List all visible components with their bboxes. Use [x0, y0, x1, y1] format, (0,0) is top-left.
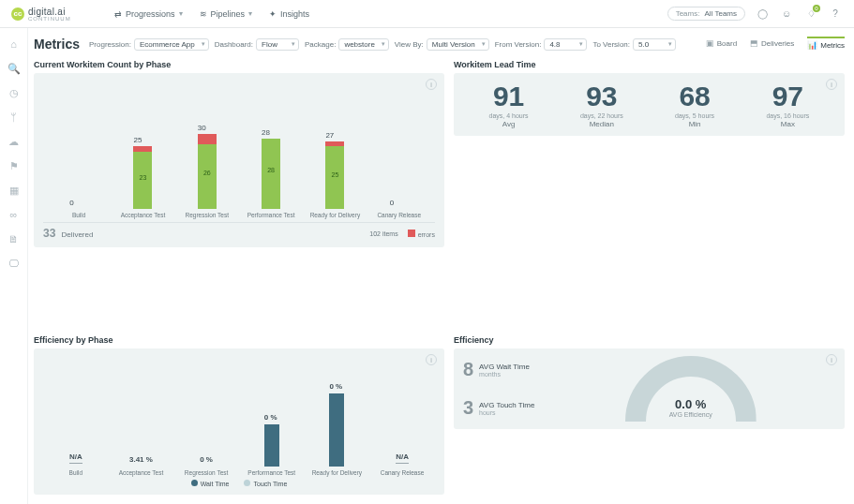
rail-flag-icon[interactable]: ⚑ — [7, 159, 21, 172]
rail-cloud-icon[interactable]: ☁ — [7, 135, 21, 148]
filter-from-version: From Version: 4.8 — [495, 38, 588, 51]
eff-by-phase-section: Efficiency by Phase i N/ABuild3.41 %Acce… — [34, 335, 444, 495]
header-tools: Teams: All Teams ◯ ☺ ♢ 0 ? — [667, 7, 843, 22]
nav-insights[interactable]: ✦ Insights — [269, 9, 309, 19]
effbar-canary-release: N/ACanary Release — [374, 382, 430, 476]
avg-wait-unit: months — [479, 371, 530, 378]
legend-touch-label: Touch Time — [253, 481, 287, 487]
teams-value: All Teams — [704, 9, 737, 18]
avg-touch-unit: hours — [479, 409, 534, 416]
effbar-category-label: Canary Release — [381, 469, 425, 476]
left-rail: ⌂ 🔍 ◷ ᛘ ☁ ⚑ ▦ ∞ 🗎 🖵 — [0, 28, 28, 504]
bar-category-label: Acceptance Test — [121, 212, 166, 218]
rail-home-icon[interactable]: ⌂ — [7, 37, 21, 51]
tab-metrics-label: Metrics — [820, 41, 845, 50]
eff-by-phase-card: i N/ABuild3.41 %Acceptance Test0 %Regres… — [34, 348, 444, 495]
bar-total-value: 27 — [325, 131, 344, 140]
help2-icon[interactable]: ? — [828, 7, 843, 22]
filter-package-select[interactable]: webstore — [338, 38, 388, 51]
filter-dashboard-select[interactable]: Flow — [256, 38, 299, 51]
rail-link-icon[interactable]: ∞ — [7, 208, 21, 221]
leadtime-stat-max: 97days, 16 hoursMax — [766, 81, 809, 128]
stat-tag: Min — [675, 120, 714, 128]
nav-progressions[interactable]: ⇄ Progressions — [114, 9, 183, 19]
filter-bar: Progression: Ecommerce App Dashboard: Fl… — [89, 38, 676, 51]
effbar-regression-test: 0 %Regression Test — [178, 382, 234, 476]
leadtime-stat-min: 68days, 5 hoursMin — [675, 81, 714, 128]
delivered-summary: 33 Delivered — [43, 227, 93, 240]
rail-clipboard-icon[interactable]: 🗎 — [7, 232, 21, 245]
metrics-icon: 📊 — [807, 40, 817, 50]
stat-number: 93 — [580, 81, 623, 112]
workitem-count-chart: 0Build2523Acceptance Test3026Regression … — [43, 81, 435, 218]
tab-board[interactable]: ▣Board — [706, 38, 737, 50]
bar-performance-test: 2828Performance Test — [243, 125, 299, 218]
efficiency-title: Efficiency — [454, 335, 845, 345]
nav-pipelines[interactable]: ≋ Pipelines — [200, 9, 253, 19]
info-icon[interactable]: i — [826, 79, 837, 90]
legend-touch-dot-icon — [244, 480, 250, 486]
bar-total-value: 28 — [262, 128, 280, 137]
rail-clock-icon[interactable]: ◷ — [7, 86, 21, 99]
insights-icon: ✦ — [269, 9, 277, 19]
bell-icon[interactable]: ♢ 0 — [803, 7, 818, 22]
leadtime-stats: 91days, 4 hoursAvg93days, 22 hoursMedian… — [463, 81, 835, 128]
global-header: cc digital.ai CONTINUUM ⇄ Progressions ≋… — [0, 0, 854, 28]
bar-category-label: Regression Test — [186, 212, 230, 218]
notification-count: 0 — [813, 5, 820, 12]
effbar-value: 3.41 % — [129, 455, 153, 464]
effbar-value: 0 % — [264, 413, 279, 422]
bar-green-value: 28 — [262, 167, 280, 173]
leadtime-card: i 91days, 4 hoursAvg93days, 22 hoursMedi… — [454, 73, 845, 136]
info-icon[interactable]: i — [826, 354, 837, 365]
filter-to-version-select[interactable]: 5.0 — [633, 38, 676, 51]
bar-category-label: Ready for Delivery — [310, 212, 360, 218]
tab-metrics[interactable]: 📊Metrics — [807, 37, 845, 52]
leadtime-stat-avg: 91days, 4 hoursAvg — [489, 81, 529, 128]
teams-selector[interactable]: Teams: All Teams — [667, 7, 745, 21]
leadtime-section: Workitem Lead Time i 91days, 4 hoursAvg9… — [454, 60, 845, 247]
brand-badge-icon: cc — [11, 7, 24, 21]
filter-progression-select[interactable]: Ecommerce App — [134, 38, 209, 51]
rail-grid-icon[interactable]: ▦ — [7, 184, 21, 197]
stat-subtext: days, 5 hours — [675, 112, 714, 119]
bar-regression-test: 3026Regression Test — [179, 125, 235, 218]
leadtime-stat-median: 93days, 22 hoursMedian — [580, 81, 623, 128]
user-icon[interactable]: ☺ — [779, 7, 794, 22]
filter-to-version: To Version: 5.0 — [592, 38, 676, 51]
filter-progression-label: Progression: — [89, 40, 131, 49]
legend-items-label: items — [382, 230, 398, 237]
filter-progression: Progression: Ecommerce App — [89, 38, 209, 51]
help-icon[interactable]: ◯ — [755, 7, 770, 22]
avg-touch-time: 3 AVG Touch Time hours — [463, 397, 534, 419]
filter-from-version-label: From Version: — [495, 40, 542, 49]
effbar-value: 0 % — [200, 455, 213, 464]
workitem-count-section: Current Workitem Count by Phase i 0Build… — [34, 60, 444, 247]
tab-deliveries[interactable]: ⬒Deliveries — [750, 38, 794, 50]
filter-from-version-select[interactable]: 4.8 — [544, 38, 587, 51]
filter-viewby-select[interactable]: Multi Version — [427, 38, 489, 51]
info-icon[interactable]: i — [426, 79, 437, 90]
avg-wait-label: AVG Wait Time — [479, 363, 530, 371]
stat-subtext: days, 4 hours — [489, 112, 529, 119]
stat-number: 97 — [766, 81, 809, 112]
rail-monitor-icon[interactable]: 🖵 — [7, 257, 21, 270]
brand-name: digital.ai — [28, 7, 71, 17]
bar-total-value: 0 — [69, 199, 88, 207]
rail-search-icon[interactable]: 🔍 — [7, 62, 21, 75]
pipeline-icon: ≋ — [200, 9, 207, 19]
effbar-performance-test: 0 %Performance Test — [244, 382, 300, 476]
info-icon[interactable]: i — [426, 354, 437, 365]
bar-green-value: 23 — [133, 174, 152, 181]
spacer — [34, 257, 845, 326]
efficiency-section: Efficiency i 8 AVG Wait Time months — [454, 335, 845, 495]
efficiency-gauge: 0.0 % AVG Efficiency — [546, 356, 835, 422]
rail-branch-icon[interactable]: ᛘ — [7, 111, 21, 124]
avg-touch-num: 3 — [463, 397, 473, 419]
top-nav: ⇄ Progressions ≋ Pipelines ✦ Insights — [114, 9, 667, 19]
bar-total-value: 0 — [390, 199, 409, 207]
filter-viewby: View By: Multi Version — [395, 38, 489, 51]
page-tabs: ▣Board ⬒Deliveries 📊Metrics — [706, 37, 845, 52]
page-title: Metrics — [34, 37, 80, 52]
efficiency-card: i 8 AVG Wait Time months 3 — [454, 348, 845, 429]
